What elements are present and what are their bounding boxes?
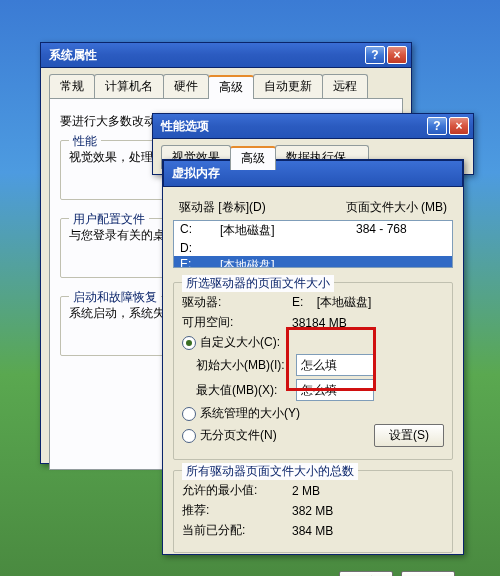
drive-row-selected[interactable]: E: [本地磁盘] bbox=[174, 256, 452, 268]
radio-none-label: 无分页文件(N) bbox=[200, 427, 277, 444]
vm-title: 虚拟内存 bbox=[172, 166, 220, 180]
tab-perf-advanced[interactable]: 高级 bbox=[230, 146, 276, 170]
vm-titlebar: 虚拟内存 bbox=[163, 160, 463, 187]
drive-list[interactable]: C: [本地磁盘] 384 - 768 D: E: [本地磁盘] bbox=[173, 220, 453, 268]
tab-advanced[interactable]: 高级 bbox=[208, 75, 254, 99]
tab-auto-update[interactable]: 自动更新 bbox=[253, 74, 323, 98]
initial-size-label: 初始大小(MB)(I): bbox=[196, 357, 296, 374]
tab-general[interactable]: 常规 bbox=[49, 74, 95, 98]
group-total-title: 所有驱动器页面文件大小的总数 bbox=[182, 463, 358, 480]
group-total: 所有驱动器页面文件大小的总数 允许的最小值: 2 MB 推荐: 382 MB 当… bbox=[173, 470, 453, 553]
help-icon[interactable]: ? bbox=[365, 46, 385, 64]
ok-button[interactable]: 确定 bbox=[339, 571, 393, 576]
drive-row[interactable]: D: bbox=[174, 240, 452, 256]
drive-list-header: 驱动器 [卷标](D) 页面文件大小 (MB) bbox=[173, 195, 453, 220]
sysprops-titlebar: 系统属性 ? × bbox=[41, 43, 411, 68]
max-size-input[interactable] bbox=[296, 379, 374, 401]
kv-drive-value: E: [本地磁盘] bbox=[292, 294, 371, 311]
current-label: 当前已分配: bbox=[182, 522, 292, 539]
max-size-label: 最大值(MB)(X): bbox=[196, 382, 296, 399]
recommended-label: 推荐: bbox=[182, 502, 292, 519]
kv-free-value: 38184 MB bbox=[292, 316, 347, 330]
sysprops-tabstrip: 常规 计算机名 硬件 高级 自动更新 远程 bbox=[41, 68, 411, 98]
close-icon[interactable]: × bbox=[449, 117, 469, 135]
radio-system-managed[interactable] bbox=[182, 407, 196, 421]
help-icon[interactable]: ? bbox=[427, 117, 447, 135]
group-startup-title: 启动和故障恢复 bbox=[69, 289, 161, 306]
group-performance-title: 性能 bbox=[69, 133, 101, 150]
drive-header-col2: 页面文件大小 (MB) bbox=[346, 199, 447, 216]
group-user-profiles-title: 用户配置文件 bbox=[69, 211, 149, 228]
group-selected-drive: 所选驱动器的页面文件大小 驱动器: E: [本地磁盘] 可用空间: 38184 … bbox=[173, 282, 453, 460]
recommended-value: 382 MB bbox=[292, 504, 333, 518]
sysprops-title: 系统属性 bbox=[49, 47, 363, 64]
drive-row[interactable]: C: [本地磁盘] 384 - 768 bbox=[174, 221, 452, 240]
current-value: 384 MB bbox=[292, 524, 333, 538]
initial-size-input[interactable] bbox=[296, 354, 374, 376]
tab-computer-name[interactable]: 计算机名 bbox=[94, 74, 164, 98]
set-button[interactable]: 设置(S) bbox=[374, 424, 444, 447]
drive-header-col1: 驱动器 [卷标](D) bbox=[179, 199, 346, 216]
tab-hardware[interactable]: 硬件 bbox=[163, 74, 209, 98]
perfopts-titlebar: 性能选项 ? × bbox=[153, 114, 473, 139]
group-selected-title: 所选驱动器的页面文件大小 bbox=[182, 275, 334, 292]
radio-no-paging[interactable] bbox=[182, 429, 196, 443]
min-allowed-label: 允许的最小值: bbox=[182, 482, 292, 499]
radio-system-label: 系统管理的大小(Y) bbox=[200, 405, 300, 422]
perfopts-title: 性能选项 bbox=[161, 118, 425, 135]
radio-custom-label: 自定义大小(C): bbox=[200, 334, 280, 351]
virtual-memory-dialog: 虚拟内存 驱动器 [卷标](D) 页面文件大小 (MB) C: [本地磁盘] 3… bbox=[162, 159, 464, 555]
kv-drive-label: 驱动器: bbox=[182, 294, 292, 311]
radio-custom-size[interactable] bbox=[182, 336, 196, 350]
dialog-buttons: 确定 取消 bbox=[163, 563, 463, 576]
min-allowed-value: 2 MB bbox=[292, 484, 320, 498]
close-icon[interactable]: × bbox=[387, 46, 407, 64]
tab-remote[interactable]: 远程 bbox=[322, 74, 368, 98]
kv-free-label: 可用空间: bbox=[182, 314, 292, 331]
cancel-button[interactable]: 取消 bbox=[401, 571, 455, 576]
